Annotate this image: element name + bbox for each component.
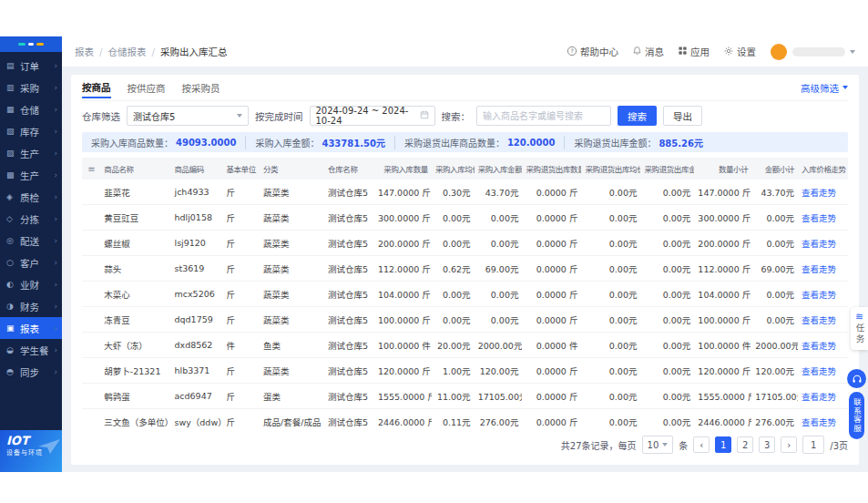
headset-icon — [847, 369, 866, 388]
prev-page-button[interactable]: ‹ — [693, 436, 710, 453]
breadcrumb-warehouse-reports[interactable]: 仓储报表 — [94, 45, 147, 58]
view-trend-link[interactable]: 查看走势 — [802, 366, 836, 376]
page-button-1[interactable]: 1 — [715, 436, 731, 453]
cell: 木菜心 — [100, 282, 170, 307]
date-range-picker[interactable]: 2024-09-24 ~ 2024-10-24 — [310, 106, 435, 126]
sidebar-item-purchase[interactable]: ▥采购› — [0, 77, 62, 98]
view-trend-link[interactable]: 查看走势 — [802, 239, 836, 249]
view-trend-link[interactable]: 查看走势 — [802, 341, 836, 351]
page-button-2[interactable]: 2 — [737, 436, 753, 453]
sidebar-item-sync[interactable]: ◓同步› — [0, 361, 62, 383]
advanced-filter-link[interactable]: 高级筛选 — [801, 81, 848, 95]
cell: 0.00元 — [640, 231, 694, 256]
topbar: 报表 仓储报表 采购出入库汇总 ? 帮助中心 消息 应用 设置 — [62, 36, 868, 67]
sidebar-item-label: 库存 — [20, 125, 39, 139]
table-row: 冻青豆dqd1759斤蔬菜类测试仓库5100.0000 斤0.00元0.00元0… — [82, 307, 848, 333]
row-spacer-cell — [82, 231, 100, 256]
sidebar-item-production-2[interactable]: ▩生产› — [0, 164, 62, 186]
search-label: 搜索： — [442, 109, 471, 123]
cell: 斤 — [222, 409, 260, 431]
cell: 0.00元 — [640, 282, 694, 307]
sidebar-item-order[interactable]: ▤订单› — [0, 55, 62, 77]
search-input[interactable] — [476, 106, 611, 126]
sidebar-item-inventory[interactable]: ▧库存› — [0, 120, 62, 142]
user-avatar[interactable] — [771, 44, 787, 60]
page-size-select[interactable]: 10 — [642, 436, 674, 454]
cell: jch4933 — [171, 180, 223, 205]
view-trend-link[interactable]: 查看走势 — [802, 213, 836, 223]
cell: 蔬菜类 — [260, 282, 324, 307]
logo-dash-teal — [18, 43, 26, 46]
cell: 2446.0000 斤 — [374, 409, 432, 431]
trend-cell: 查看走势 — [798, 180, 848, 205]
view-trend-link[interactable]: 查看走势 — [802, 417, 836, 427]
customer-icon: ○ — [6, 258, 16, 267]
search-button[interactable]: 搜索 — [618, 106, 657, 126]
cell: st3619 — [171, 256, 223, 282]
sidebar-item-storage[interactable]: ▦仓储› — [0, 98, 62, 120]
settings-button[interactable]: 设置 — [723, 45, 756, 58]
cell: 0.00元 — [640, 180, 694, 205]
trend-cell: 查看走势 — [798, 256, 848, 282]
sidebar-item-delivery[interactable]: ◎配送› — [0, 230, 62, 252]
export-button[interactable]: 导出 — [663, 106, 702, 126]
table-container: ≡商品名称商品编码基本单位分类仓库名称采购入库数量采购入库均价采购入库金额采购退… — [82, 158, 848, 430]
view-trend-link[interactable]: 查看走势 — [802, 290, 836, 300]
summary-value: 120.0000 — [507, 138, 556, 148]
cell: 2000.00元 — [475, 333, 523, 358]
view-trend-link[interactable]: 查看走势 — [802, 188, 836, 198]
sidebar-item-label: 学生餐 — [20, 344, 49, 357]
user-menu-chevron-down-icon[interactable] — [850, 50, 855, 54]
view-trend-link[interactable]: 查看走势 — [802, 392, 836, 402]
sidebar-item-label: 报表 — [20, 322, 39, 335]
warehouse-select-value: 测试仓库5 — [133, 109, 175, 123]
column-header: 采购退货出库均价 — [581, 158, 640, 180]
tab-by-supplier[interactable]: 按供应商 — [128, 81, 166, 95]
sidebar-item-customer[interactable]: ○客户› — [0, 252, 62, 273]
warehouse-select[interactable]: 测试仓库5 — [127, 106, 249, 126]
sidebar: ▤订单›▥采购›▦仓储›▧库存›▨生产›▩生产›◈质检›◇分拣›◎配送›○客户›… — [0, 36, 62, 472]
apps-button[interactable]: 应用 — [678, 45, 710, 58]
cell: 1555.0000 斤 — [694, 384, 751, 409]
sidebar-item-quality[interactable]: ◈质检› — [0, 186, 62, 208]
sidebar-item-report[interactable]: ▣报表› — [0, 317, 62, 339]
help-center-button[interactable]: ? 帮助中心 — [567, 45, 618, 58]
cell: 0.00元 — [640, 307, 694, 333]
cell: 0.00元 — [751, 231, 798, 256]
messages-button[interactable]: 消息 — [632, 45, 664, 58]
trend-cell: 查看走势 — [798, 384, 848, 409]
cell: 0.00元 — [581, 358, 640, 384]
cell: 黄豆豇豆 — [100, 205, 170, 231]
cell: 测试仓库5 — [324, 205, 374, 231]
next-page-button[interactable]: › — [781, 436, 797, 453]
tab-by-product[interactable]: 按商品 — [82, 80, 111, 98]
row-spacer-cell — [82, 333, 100, 358]
cell: 0.0000 斤 — [522, 256, 581, 282]
view-trend-link[interactable]: 查看走势 — [802, 264, 836, 274]
sidebar-item-student-meal[interactable]: ◒学生餐› — [0, 339, 62, 361]
trend-cell: 查看走势 — [798, 358, 848, 384]
cell: 0.30元 — [432, 180, 475, 205]
table-row: 三文鱼（多单位）swy（ddw）5980斤成品/套餐/成品测试仓库52446.0… — [82, 409, 848, 431]
summary-return-amount: 采购退货出库金额： 885.26元 — [564, 136, 703, 149]
tab-by-purchaser[interactable]: 按采购员 — [182, 81, 220, 95]
cell: 0.00元 — [475, 307, 523, 333]
cell: 43.70元 — [751, 180, 798, 205]
task-panel-button[interactable]: ≋ 任务 — [851, 307, 868, 350]
cell: dxd8562 — [171, 333, 223, 358]
cell: 0.00元 — [640, 358, 694, 384]
page-button-3[interactable]: 3 — [759, 436, 775, 453]
view-trend-link[interactable]: 查看走势 — [802, 315, 836, 325]
report-table: ≡商品名称商品编码基本单位分类仓库名称采购入库数量采购入库均价采购入库金额采购退… — [82, 158, 848, 430]
table-row: 螺丝椒lsj9120斤蔬菜类测试仓库5200.0000 斤0.00元0.00元0… — [82, 231, 848, 256]
sidebar-item-sorting[interactable]: ◇分拣› — [0, 208, 62, 230]
column-settings-icon[interactable]: ≡ — [82, 158, 100, 180]
breadcrumb-reports[interactable]: 报表 — [75, 45, 94, 58]
customer-service-button[interactable]: 联系客服 — [847, 369, 866, 439]
sidebar-item-label: 业财 — [20, 278, 39, 292]
sidebar-item-production[interactable]: ▨生产› — [0, 142, 62, 164]
jump-page-input[interactable]: 1 — [802, 436, 824, 454]
sidebar-item-finance[interactable]: ◑财务› — [0, 295, 62, 317]
cell: 147.0000 斤 — [374, 180, 432, 205]
sidebar-item-biz-finance[interactable]: ◐业财› — [0, 273, 62, 295]
